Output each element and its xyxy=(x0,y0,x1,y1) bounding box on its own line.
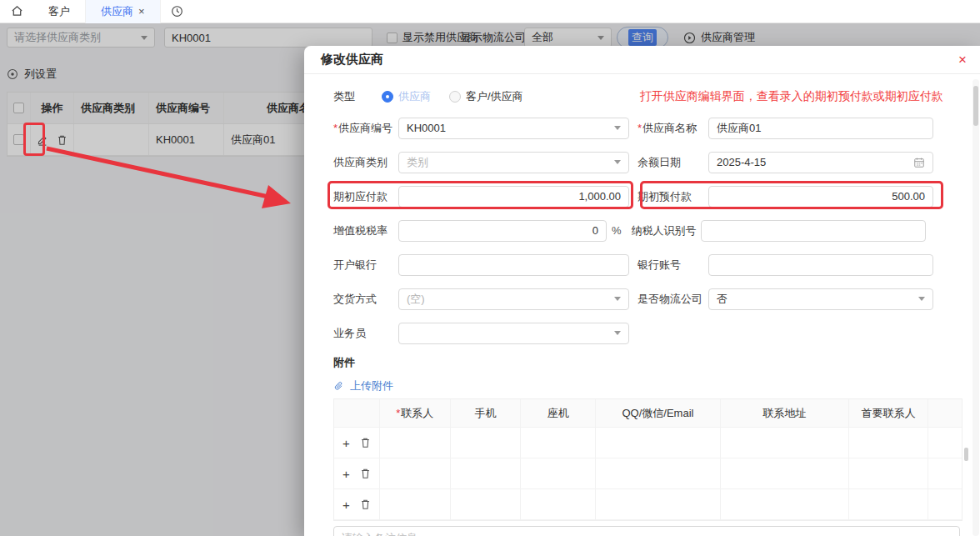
chevron-down-icon xyxy=(614,160,621,164)
contacts-scrollbar-thumb[interactable] xyxy=(964,448,968,461)
contact-mobile-cell[interactable] xyxy=(451,458,522,488)
required-mark: * xyxy=(333,122,338,134)
history-button[interactable] xyxy=(161,5,194,18)
delete-contact-icon[interactable] xyxy=(360,498,371,510)
radio-supplier[interactable]: 供应商 xyxy=(382,89,431,104)
contact-primary-cell[interactable] xyxy=(849,458,928,488)
supplier-name-input[interactable]: 供应商01 xyxy=(708,118,933,139)
supplier-category-select[interactable]: 类别 xyxy=(398,152,629,173)
delete-contact-icon[interactable] xyxy=(360,437,371,448)
home-icon xyxy=(11,5,23,18)
contact-qq-cell[interactable] xyxy=(596,428,721,458)
contact-primary-cell[interactable] xyxy=(849,428,928,458)
vat-rate-input[interactable]: 0 xyxy=(398,220,607,242)
contact-address-cell[interactable] xyxy=(721,428,850,458)
contacts-table: *联系人 手机 座机 QQ/微信/Email 联系地址 首要联系人 + xyxy=(333,398,962,521)
bank-account-input[interactable] xyxy=(708,254,933,276)
remark-placeholder: 请输入备注信息 xyxy=(342,531,418,536)
contact-col-primary: 首要联系人 xyxy=(862,406,916,421)
upload-attachment-label: 上传附件 xyxy=(350,378,393,393)
deposit-bank-input[interactable] xyxy=(398,254,629,276)
upload-attachment-link[interactable]: 上传附件 xyxy=(333,375,980,397)
delete-contact-icon[interactable] xyxy=(360,468,371,479)
vat-rate-suffix: % xyxy=(612,224,622,237)
deposit-bank-label: 开户银行 xyxy=(333,258,398,273)
contact-col-mobile: 手机 xyxy=(475,406,497,421)
supplier-category-placeholder: 类别 xyxy=(407,155,428,170)
opening-prepayment-value: 500.00 xyxy=(892,190,925,203)
add-contact-icon[interactable]: + xyxy=(342,437,350,449)
form-row-4: 增值税税率 0 % 纳税人识别号 xyxy=(333,213,980,248)
contact-name-cell[interactable] xyxy=(380,458,451,488)
tab-bar: 客户 供应商 × xyxy=(0,0,980,23)
type-field-row: 类型 供应商 客户/供应商 打开供应商编辑界面，查看录入的期初预付款或期初应付款 xyxy=(333,83,980,111)
add-contact-icon[interactable]: + xyxy=(342,468,350,480)
tab-close-icon[interactable]: × xyxy=(138,6,145,17)
radio-selected-icon[interactable] xyxy=(382,91,393,103)
radio-customer-supplier-label: 客户/供应商 xyxy=(466,89,523,104)
contact-name-cell[interactable] xyxy=(380,428,451,458)
vat-rate-label: 增值税税率 xyxy=(333,223,398,238)
balance-date-label: 余额日期 xyxy=(638,155,708,170)
supplier-name-value: 供应商01 xyxy=(717,121,761,136)
supplier-code-value: KH0001 xyxy=(407,122,446,134)
remark-input[interactable]: 请输入备注信息 xyxy=(333,526,960,536)
contact-row: + xyxy=(334,489,962,520)
supplier-category-label: 供应商类别 xyxy=(333,155,398,170)
tab-customer[interactable]: 客户 xyxy=(33,0,86,23)
contact-qq-cell[interactable] xyxy=(596,458,721,488)
salesperson-label: 业务员 xyxy=(333,326,398,341)
chevron-down-icon xyxy=(614,126,621,130)
edit-supplier-modal: 修改供应商 × 类型 供应商 客户/供应商 打开供应商编辑界面，查看录入的期初预… xyxy=(304,46,980,536)
add-contact-icon[interactable]: + xyxy=(342,498,350,511)
contact-landline-cell[interactable] xyxy=(521,489,596,519)
contact-col-address: 联系地址 xyxy=(763,406,807,421)
contact-address-cell[interactable] xyxy=(721,489,850,519)
modal-header: 修改供应商 × xyxy=(304,46,980,74)
paperclip-icon xyxy=(333,381,344,392)
home-tab[interactable] xyxy=(0,5,33,18)
tab-supplier[interactable]: 供应商 × xyxy=(86,0,161,23)
radio-customer-supplier[interactable]: 客户/供应商 xyxy=(449,89,523,104)
opening-payable-label: 期初应付款 xyxy=(333,189,398,204)
supplier-name-label: 供应商名称 xyxy=(642,122,697,134)
opening-payable-value: 1,000.00 xyxy=(578,190,621,203)
balance-date-picker[interactable]: 2025-4-15 xyxy=(708,152,933,173)
salesperson-select[interactable] xyxy=(398,323,629,344)
taxpayer-id-input[interactable] xyxy=(701,220,926,242)
contact-landline-cell[interactable] xyxy=(521,458,596,488)
required-mark: * xyxy=(396,407,400,419)
contact-name-cell[interactable] xyxy=(380,489,451,519)
contact-primary-cell[interactable] xyxy=(849,489,928,519)
form-row-2: 供应商类别 类别 余额日期 2025-4-15 xyxy=(333,145,980,179)
delivery-method-select[interactable]: (空) xyxy=(398,288,629,310)
tab-supplier-label: 供应商 xyxy=(101,4,133,19)
contact-qq-cell[interactable] xyxy=(596,489,721,519)
clock-icon xyxy=(171,5,183,18)
contacts-table-header: *联系人 手机 座机 QQ/微信/Email 联系地址 首要联系人 xyxy=(334,399,962,428)
contact-mobile-cell[interactable] xyxy=(451,489,522,519)
modal-scrollbar-thumb[interactable] xyxy=(973,86,978,126)
modal-title: 修改供应商 xyxy=(321,52,383,68)
form-row-3: 期初应付款 1,000.00 期初预付款 500.00 xyxy=(333,179,980,213)
is-logistics-select[interactable]: 否 xyxy=(708,288,933,310)
supplier-code-select[interactable]: KH0001 xyxy=(398,118,629,139)
contact-col-name: 联系人 xyxy=(401,406,433,421)
opening-prepayment-input[interactable]: 500.00 xyxy=(708,186,933,208)
modal-scrollbar[interactable] xyxy=(972,79,979,536)
supplier-code-label: 供应商编号 xyxy=(338,122,392,134)
required-mark: * xyxy=(638,122,642,134)
contact-row: + xyxy=(334,428,962,458)
opening-payable-input[interactable]: 1,000.00 xyxy=(398,186,629,208)
modal-close-icon[interactable]: × xyxy=(958,53,967,67)
radio-unselected-icon[interactable] xyxy=(449,91,461,103)
contact-col-landline: 座机 xyxy=(548,406,569,421)
balance-date-value: 2025-4-15 xyxy=(717,156,766,168)
contact-mobile-cell[interactable] xyxy=(451,428,522,458)
taxpayer-id-label: 纳税人识别号 xyxy=(632,223,701,238)
tab-customer-label: 客户 xyxy=(48,4,70,19)
type-label: 类型 xyxy=(333,89,382,104)
contact-landline-cell[interactable] xyxy=(521,428,596,458)
opening-prepayment-label: 期初预付款 xyxy=(638,189,708,204)
contact-address-cell[interactable] xyxy=(721,458,850,488)
